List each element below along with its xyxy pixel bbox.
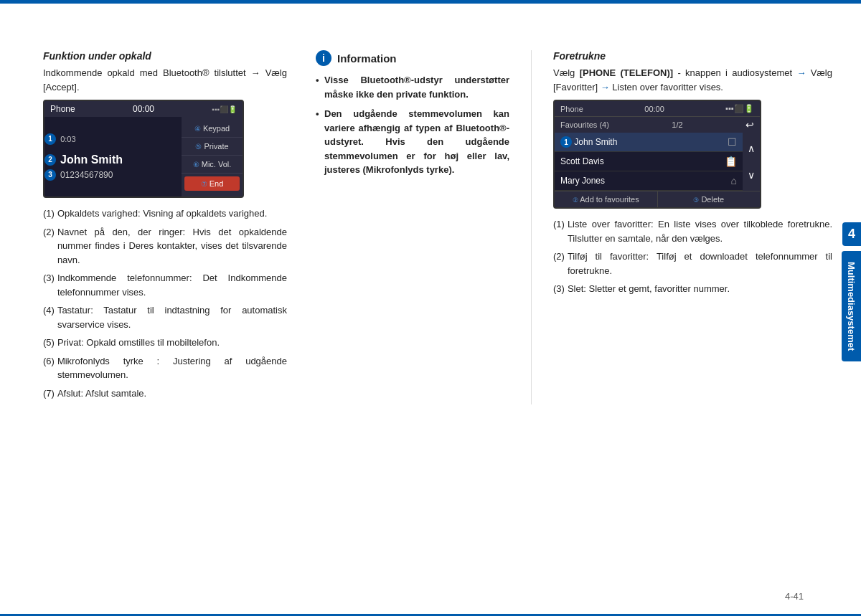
info-list-item: Visse Bluetooth®-udstyr understøtter mås… <box>316 73 509 101</box>
phone-screen-call: Phone 00:00 ▪▪▪⬛🔋 1 0:03 2 John Smith <box>43 100 244 198</box>
fav-footer: ② Add to favourites ③ Delete <box>555 191 760 207</box>
right-list: (1) Liste over favoritter: En liste vise… <box>553 217 832 296</box>
list-item: (1) Opkaldets varighed: Visning af opkal… <box>43 207 287 221</box>
add-to-favourites-btn[interactable]: ② Add to favourites <box>555 191 658 207</box>
phone-btn-label: [PHONE (TELEFON)] <box>580 67 673 78</box>
fav-contact-circle: 1 <box>560 136 572 148</box>
left-intro: Indkommende opkald med Bluetooth® tilslu… <box>43 66 287 94</box>
fav-status-icons: ▪▪▪⬛🔋 <box>725 104 754 113</box>
page-number: 4-41 <box>785 591 804 602</box>
fav-contact-icon: 📋 <box>725 156 737 167</box>
fav-subheader: Favourites (4) 1/2 ↩ <box>555 116 760 133</box>
info-title: Information <box>337 52 397 65</box>
fav-header: Phone 00:00 ▪▪▪⬛🔋 <box>555 101 760 116</box>
fav-contact-row[interactable]: 1 John Smith ☐ <box>555 133 743 152</box>
fav-contact-name: John Smith <box>574 137 728 147</box>
duration-circle: 1 <box>44 133 56 145</box>
end-btn[interactable]: ⑦ End <box>184 176 240 191</box>
phone-title: Phone <box>50 104 75 114</box>
phone-time: 00:00 <box>133 104 154 114</box>
right-intro: Vælg [PHONE (TELEFON)] - knappen i audio… <box>553 66 832 94</box>
left-column: Funktion under opkald Indkommende opkald… <box>43 50 301 404</box>
list-item: (7) Afslut: Afslut samtale. <box>43 387 287 401</box>
list-item: (3) Slet: Sletter et gemt, favoritter nu… <box>553 282 832 296</box>
list-item: (1) Liste over favoritter: En liste vise… <box>553 217 832 245</box>
private-btn[interactable]: ⑤ Private <box>182 138 243 156</box>
fav-time: 00:00 <box>644 105 664 113</box>
phone-status-icons: ▪▪▪⬛🔋 <box>212 105 237 113</box>
chapter-label: Multimediasystemet <box>842 251 861 361</box>
info-list-item: Den udgående stemmevolumen kan variere a… <box>316 107 509 177</box>
fav-contact-row[interactable]: Mary Jones ⌂ <box>555 171 743 191</box>
left-section-title: Funktion under opkald <box>43 50 287 62</box>
delete-btn[interactable]: ③ Delete <box>658 191 761 207</box>
page: Funktion under opkald Indkommende opkald… <box>0 0 861 616</box>
info-icon: i <box>316 50 331 66</box>
scroll-up-icon[interactable]: ∧ <box>748 143 755 154</box>
info-header: i Information <box>316 50 509 66</box>
right-column: Foretrukne Vælg [PHONE (TELEFON)] - knap… <box>539 50 832 404</box>
info-list: Visse Bluetooth®-udstyr understøtter mås… <box>316 73 509 177</box>
number-circle: 3 <box>44 169 56 181</box>
phone-body: 1 0:03 2 John Smith 3 01234567890 <box>44 117 243 196</box>
fav-contact-icon: ⌂ <box>731 175 737 186</box>
fav-scroll: ∧ ∨ <box>743 133 760 191</box>
list-item: (3) Indkommende telefonnummer: Det Indko… <box>43 271 287 299</box>
phone-contact-name: 2 John Smith <box>44 153 182 166</box>
scroll-down-icon[interactable]: ∨ <box>748 169 755 181</box>
fav-contacts-wrap: 1 John Smith ☐ Scott Davis 📋 Mary Jones … <box>555 133 760 191</box>
fav-contacts-list: 1 John Smith ☐ Scott Davis 📋 Mary Jones … <box>555 133 743 191</box>
phone-sidebar: ④ Keypad ⑤ Private ⑥ Mic. Vol. ⑦ <box>182 117 243 196</box>
list-item: (6) Mikrofonlyds tyrke : Justering af ud… <box>43 354 287 382</box>
fav-contact-row[interactable]: Scott Davis 📋 <box>555 152 743 171</box>
chapter-number: 4 <box>842 222 861 246</box>
list-item: (2) Tilføj til favoritter: Tilføj et dow… <box>553 250 832 278</box>
back-icon[interactable]: ↩ <box>745 119 754 131</box>
right-section-title: Foretrukne <box>553 50 832 62</box>
fav-label: Favourites (4) <box>560 120 609 129</box>
vertical-divider <box>531 50 532 404</box>
contact-circle: 2 <box>44 154 56 166</box>
fav-contact-name: Mary Jones <box>560 176 731 186</box>
list-item: (2) Navnet på den, der ringer: Hvis det … <box>43 225 287 267</box>
list-item: (4) Tastatur: Tastatur til indtastning f… <box>43 303 287 331</box>
phone-screen-favourites: Phone 00:00 ▪▪▪⬛🔋 Favourites (4) 1/2 ↩ 1… <box>553 100 761 209</box>
phone-number: 3 01234567890 <box>44 169 182 181</box>
top-accent-line <box>0 0 861 4</box>
list-item: (5) Privat: Opkald omstilles til mobilte… <box>43 336 287 350</box>
mic-vol-btn[interactable]: ⑥ Mic. Vol. <box>182 156 243 174</box>
content-area: Funktion under opkald Indkommende opkald… <box>0 29 861 419</box>
fav-contact-name: Scott Davis <box>560 156 725 166</box>
info-box: i Information Visse Bluetooth®-udstyr un… <box>316 50 509 177</box>
phone-duration: 1 0:03 <box>44 133 182 145</box>
fav-pages: 1/2 <box>672 120 682 129</box>
fav-contact-icon: ☐ <box>728 136 737 148</box>
middle-column: i Information Visse Bluetooth®-udstyr un… <box>301 50 524 404</box>
fav-title: Phone <box>560 105 583 113</box>
keypad-btn[interactable]: ④ Keypad <box>182 120 243 138</box>
phone-header: Phone 00:00 ▪▪▪⬛🔋 <box>44 101 243 117</box>
left-list: (1) Opkaldets varighed: Visning af opkal… <box>43 207 287 400</box>
phone-contacts-area: 1 0:03 2 John Smith 3 01234567890 <box>44 117 182 196</box>
